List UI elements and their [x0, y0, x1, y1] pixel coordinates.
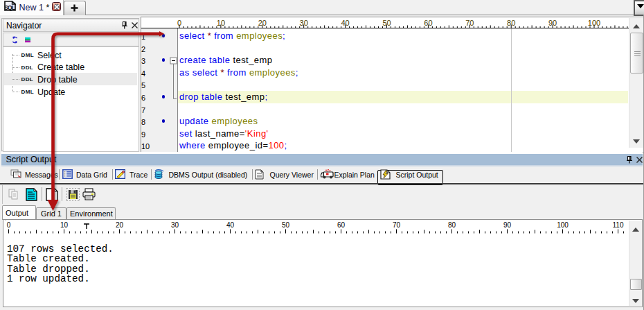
- svg-text:50: 50: [382, 19, 391, 27]
- svg-text:0: 0: [177, 19, 181, 27]
- svg-text:40: 40: [226, 221, 235, 229]
- svg-text:60: 60: [424, 19, 432, 27]
- svg-text:100: 100: [588, 19, 600, 27]
- svg-text:30: 30: [300, 19, 308, 27]
- svg-text:20: 20: [116, 221, 124, 229]
- svg-text:10: 10: [217, 19, 225, 27]
- svg-text:100: 100: [557, 221, 569, 229]
- svg-text:90: 90: [548, 19, 557, 27]
- svg-text:50: 50: [282, 221, 290, 229]
- svg-text:70: 70: [465, 19, 474, 27]
- svg-text:30: 30: [171, 221, 179, 229]
- svg-text:60: 60: [337, 221, 346, 229]
- svg-text:0: 0: [7, 221, 11, 229]
- svg-text:10: 10: [60, 221, 69, 229]
- svg-text:90: 90: [503, 221, 512, 229]
- svg-text:80: 80: [507, 19, 515, 27]
- svg-text:40: 40: [341, 19, 349, 27]
- svg-text:110: 110: [613, 221, 624, 229]
- svg-text:20: 20: [258, 19, 267, 27]
- svg-text:70: 70: [393, 221, 401, 229]
- svg-text:SQL: SQL: [4, 4, 15, 11]
- svg-text:80: 80: [448, 221, 456, 229]
